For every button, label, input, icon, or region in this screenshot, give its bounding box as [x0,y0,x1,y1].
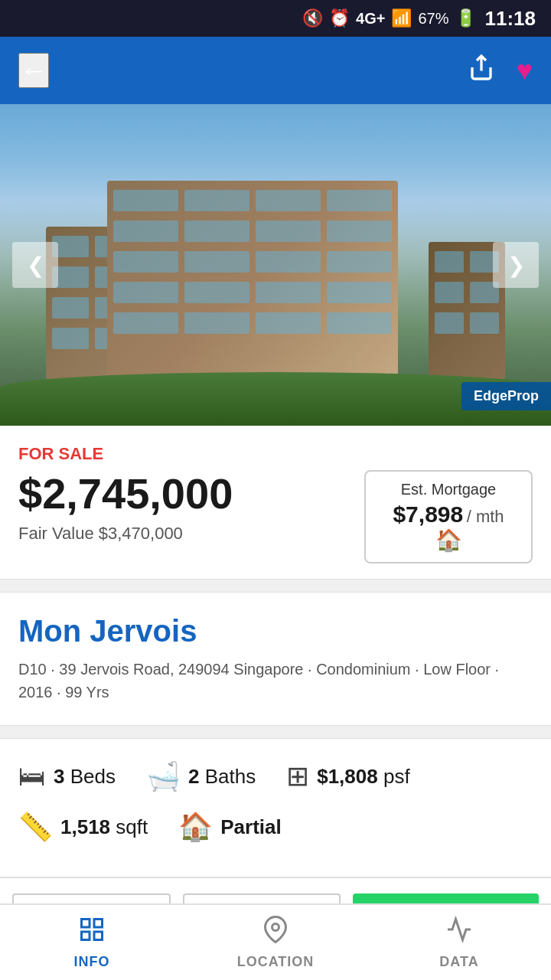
property-image-carousel: ❮ ❯ EdgeProp [0,104,551,426]
tab-location[interactable]: LOCATION [184,906,367,979]
tab-info[interactable]: INFO [0,906,184,979]
baths-feature: 🛁 2 Baths [146,760,256,792]
carousel-next-button[interactable]: ❯ [493,242,539,288]
svg-rect-1 [82,919,90,927]
for-sale-badge: FOR SALE [18,444,533,464]
features-row-1: 🛏 3 Beds 🛁 2 Baths ⊞ $1,808 psf [18,760,533,792]
svg-rect-2 [94,919,103,927]
price-info: $2,745,000 Fair Value $3,470,000 [18,470,233,544]
psf-text: $1,808 psf [317,765,409,789]
top-nav: ← ♥ [0,37,551,104]
svg-point-5 [272,923,279,930]
features-row-2: 📏 1,518 sqft 🏠 Partial [18,811,533,843]
furnishing-icon: 🏠 [178,811,213,843]
mortgage-amount-row: $7,898 / mth [378,501,519,528]
property-info-card: Mon Jervois D10 · 39 Jervois Road, 24909… [0,592,551,726]
share-button[interactable] [468,54,495,87]
furnishing-feature: 🏠 Partial [178,811,282,843]
status-icons: 🔇 ⏰ 4G+ 📶 67% 🔋 [302,8,475,28]
features-section: 🛏 3 Beds 🛁 2 Baths ⊞ $1,808 psf 📏 1,518 … [0,738,551,877]
back-button[interactable]: ← [18,53,49,88]
tab-data[interactable]: DATA [367,906,551,979]
price-row: $2,745,000 Fair Value $3,470,000 Est. Mo… [18,470,533,564]
sqft-feature: 📏 1,518 sqft [18,811,148,843]
price-section: FOR SALE $2,745,000 Fair Value $3,470,00… [0,426,551,580]
carousel-background [0,104,551,426]
data-icon [445,916,473,949]
listing-price: $2,745,000 [18,470,233,518]
battery-label: 67% [418,10,448,28]
edgeprop-watermark: EdgeProp [461,382,551,410]
beds-text: 3 Beds [54,765,116,789]
info-icon [78,916,106,949]
status-time: 11:18 [485,7,536,31]
tab-location-label: LOCATION [237,954,315,970]
baths-text: 2 Baths [188,765,256,789]
mortgage-period: / mth [467,507,504,526]
signal-icon: 📶 [391,8,412,28]
psf-icon: ⊞ [286,760,309,792]
alarm-icon: ⏰ [329,8,350,28]
carousel-prev-button[interactable]: ❮ [12,242,58,288]
mute-icon: 🔇 [302,8,323,28]
furnishing-text: Partial [220,815,282,839]
network-label: 4G+ [356,10,385,28]
property-address: D10 · 39 Jervois Road, 249094 Singapore … [18,658,533,704]
fair-value: Fair Value $3,470,000 [18,524,233,544]
location-icon [262,916,289,949]
favorite-button[interactable]: ♥ [517,54,533,87]
battery-icon: 🔋 [455,8,476,28]
sqft-text: 1,518 sqft [60,815,148,839]
mortgage-label: Est. Mortgage [378,481,519,498]
svg-rect-4 [94,932,103,940]
property-name: Mon Jervois [18,614,533,648]
ruler-icon: 📏 [18,811,53,843]
bottom-nav: INFO LOCATION DATA [0,903,551,980]
bath-icon: 🛁 [146,760,181,792]
svg-rect-3 [82,932,90,940]
psf-feature: ⊞ $1,808 psf [286,760,409,792]
building-illustration [46,165,505,380]
status-bar: 🔇 ⏰ 4G+ 📶 67% 🔋 11:18 [0,0,551,37]
beds-feature: 🛏 3 Beds [18,760,116,792]
nav-actions: ♥ [468,54,533,87]
mortgage-calculator[interactable]: Est. Mortgage $7,898 / mth 🏠 [364,470,533,564]
bed-icon: 🛏 [18,760,46,792]
mortgage-amount: $7,898 [393,501,463,527]
tab-data-label: DATA [439,954,478,970]
tab-info-label: INFO [74,954,110,970]
calculator-icon: 🏠 [435,528,462,552]
building-main [107,181,398,380]
